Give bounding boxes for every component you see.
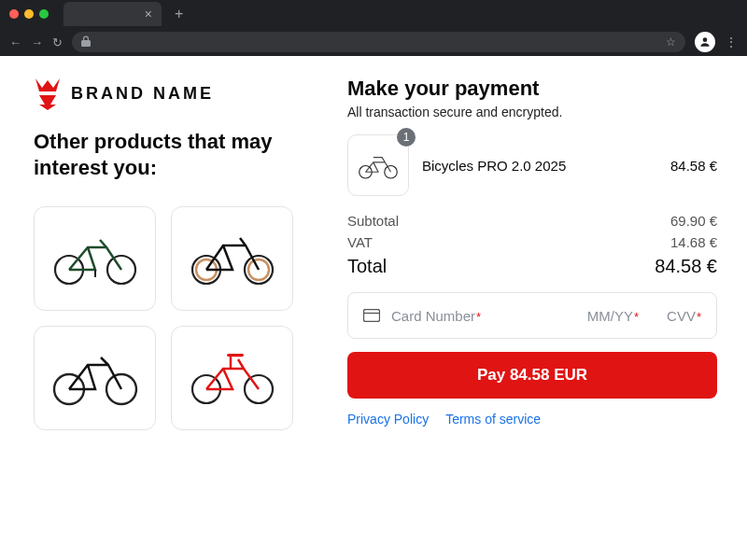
card-expiry-field[interactable]: MM/YY* (587, 308, 639, 324)
card-cvv-field[interactable]: CVV* (667, 308, 701, 324)
lock-icon (81, 35, 91, 49)
subtotal-label: Subtotal (347, 213, 399, 229)
terms-of-service-link[interactable]: Terms of service (445, 412, 541, 427)
payment-title: Make your payment (347, 77, 717, 101)
card-input-group[interactable]: Card Number* MM/YY* CVV* (347, 292, 717, 339)
product-card[interactable] (34, 206, 156, 311)
payment-subtitle: All transaction secure and encrypted. (347, 105, 717, 119)
bike-icon (354, 149, 402, 181)
new-tab-button[interactable]: + (175, 6, 183, 22)
bike-icon (186, 350, 279, 406)
subtotal-row: Subtotal 69.90 € (347, 213, 717, 229)
total-value: 84.58 € (655, 256, 717, 277)
required-mark: * (476, 310, 481, 324)
privacy-policy-link[interactable]: Privacy Policy (347, 412, 429, 427)
item-thumbnail: 1 (347, 134, 409, 196)
vat-label: VAT (347, 234, 373, 250)
tab-row: × + (0, 0, 747, 28)
card-number-placeholder: Card Number (391, 308, 475, 324)
address-row: ← → ↻ ☆ ⋮ (0, 28, 747, 56)
crown-icon (34, 77, 62, 110)
card-expiry-placeholder: MM/YY (587, 308, 633, 324)
bike-icon (49, 231, 142, 287)
profile-avatar[interactable] (695, 32, 715, 52)
brand-name: BRAND NAME (71, 84, 214, 104)
quantity-badge: 1 (397, 128, 416, 147)
svg-point-14 (385, 166, 398, 179)
bike-icon (186, 231, 279, 287)
menu-icon[interactable]: ⋮ (725, 35, 738, 49)
product-card[interactable] (171, 206, 293, 311)
address-bar[interactable]: ☆ (72, 32, 685, 52)
legal-links: Privacy Policy Terms of service (347, 412, 717, 427)
bike-icon (49, 350, 142, 406)
close-tab-icon[interactable]: × (145, 7, 152, 21)
svg-rect-12 (227, 354, 244, 357)
required-mark: * (697, 310, 701, 324)
item-name: Bicycles PRO 2.0 2025 (422, 158, 657, 174)
product-card[interactable] (171, 326, 293, 430)
pay-button[interactable]: Pay 84.58 EUR (347, 352, 717, 399)
required-mark: * (634, 310, 639, 324)
product-grid (34, 206, 293, 430)
svg-point-0 (703, 37, 708, 42)
credit-card-icon (363, 309, 380, 322)
bookmark-icon[interactable]: ☆ (666, 35, 676, 49)
svg-rect-15 (364, 310, 380, 322)
reload-icon[interactable]: ↻ (52, 35, 63, 49)
vat-value: 14.68 € (670, 234, 717, 250)
brand-logo[interactable]: BRAND NAME (34, 77, 293, 110)
card-cvv-placeholder: CVV (667, 308, 696, 324)
product-card[interactable] (34, 326, 156, 430)
maximize-window-dot[interactable] (39, 9, 49, 19)
vat-row: VAT 14.68 € (347, 234, 717, 250)
browser-tab[interactable]: × (63, 2, 162, 26)
minimize-window-dot[interactable] (24, 9, 34, 19)
item-price: 84.58 € (670, 158, 717, 174)
card-number-field[interactable]: Card Number* (391, 308, 576, 324)
browser-chrome: × + ← → ↻ ☆ ⋮ (0, 0, 747, 56)
total-label: Total (347, 256, 387, 277)
cart-item: 1 Bicycles PRO 2.0 2025 84.58 € (347, 134, 717, 196)
close-window-dot[interactable] (9, 9, 19, 19)
back-icon[interactable]: ← (9, 35, 21, 49)
subtotal-value: 69.90 € (670, 213, 717, 229)
other-products-heading: Other products that may interest you: (34, 129, 293, 180)
total-row: Total 84.58 € (347, 256, 717, 277)
forward-icon[interactable]: → (31, 35, 43, 49)
